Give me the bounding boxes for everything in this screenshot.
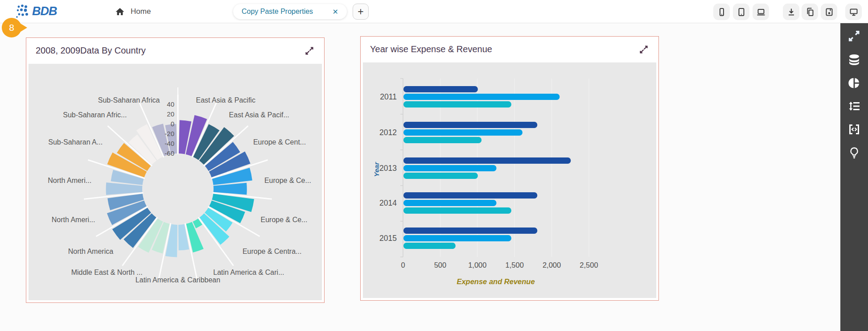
card-2-expand-button[interactable]	[638, 44, 649, 55]
rose-category-label-10: North Ameri...	[52, 216, 95, 223]
home-button[interactable]: Home	[115, 0, 151, 23]
expand-icon	[638, 44, 649, 55]
bar-chart[interactable]: 05001,0001,5002,0002,5002011201220132014…	[363, 62, 657, 299]
top-navbar: BDB Home Copy Paste Properties ✕ +	[0, 0, 868, 23]
y-axis-category-label-2015: 2015	[379, 234, 397, 243]
rail-line-spacing-button[interactable]	[848, 100, 860, 112]
rail-expand-button[interactable]	[847, 29, 861, 43]
rose-category-label-13: Sub-Saharan Afric...	[63, 111, 127, 119]
tablet-preview-button[interactable]	[733, 4, 749, 20]
tab-close-icon[interactable]: ✕	[333, 8, 338, 16]
monitor-preview-button[interactable]	[845, 4, 862, 20]
card-2-header: Year wise Expense & Revenue	[361, 37, 658, 62]
expand-icon	[847, 29, 861, 43]
bar-2011-series-2[interactable]	[403, 101, 511, 108]
right-tool-rail	[840, 23, 868, 331]
rail-database-button[interactable]	[848, 54, 860, 66]
x-axis-title: Expense and Revenue	[457, 277, 535, 285]
rose-radial-tick-label: -40	[165, 140, 174, 147]
rose-radial-tick-label: -60	[165, 149, 174, 157]
download-button[interactable]	[783, 4, 799, 20]
rail-code-button[interactable]	[848, 123, 860, 136]
copy-button[interactable]	[802, 4, 818, 20]
card-1-header: 2008, 2009Data By Country	[26, 38, 324, 63]
tab-copy-paste-properties[interactable]: Copy Paste Properties ✕	[233, 4, 347, 19]
rail-lightbulb-button[interactable]	[848, 146, 860, 159]
y-axis-category-label-2012: 2012	[379, 128, 397, 137]
x-axis-tick-label: 2,000	[543, 261, 561, 269]
rose-radial-tick-label: 20	[167, 110, 174, 118]
badge-count: 8	[2, 18, 21, 37]
bar-2014-series-2[interactable]	[403, 207, 511, 214]
laptop-icon	[756, 7, 766, 17]
rail-pie-chart-button[interactable]	[848, 77, 860, 89]
rose-category-label-8: Middle East & North ...	[71, 269, 143, 276]
card-1-title: 2008, 2009Data By Country	[36, 46, 146, 56]
expand-icon	[304, 46, 315, 56]
mobile-icon	[717, 7, 727, 17]
laptop-preview-button[interactable]	[753, 4, 769, 20]
bar-chart-plot-area: 05001,0001,5002,0002,5002011201220132014…	[363, 62, 656, 298]
bar-2011-series-1[interactable]	[403, 94, 559, 100]
bar-2015-series-2[interactable]	[403, 243, 456, 249]
bar-2013-series-0[interactable]	[403, 157, 571, 164]
rose-category-label-9: North America	[68, 248, 113, 255]
bdb-logo-text: BDB	[32, 4, 57, 18]
card-expense-revenue: Year wise Expense & Revenue 05001,0001,5…	[360, 36, 659, 301]
bar-2012-series-2[interactable]	[403, 137, 481, 143]
rose-category-label-1: East Asia & Pacif...	[229, 111, 289, 119]
rose-category-label-6: Latin America & Cari...	[213, 269, 284, 276]
y-axis-category-label-2011: 2011	[380, 92, 397, 101]
y-axis-category-label-2013: 2013	[379, 164, 397, 173]
rose-category-label-5: Europe & Centra...	[243, 248, 302, 255]
y-axis-title: Year	[373, 162, 380, 177]
lightbulb-icon	[848, 146, 860, 159]
code-icon	[848, 123, 860, 136]
monitor-icon	[849, 7, 859, 17]
bar-2012-series-0[interactable]	[403, 122, 537, 128]
rose-category-label-7: Latin America & Caribbean	[136, 276, 220, 284]
bdb-logo[interactable]: BDB	[15, 4, 57, 19]
card-1-expand-button[interactable]	[304, 46, 315, 56]
rose-category-label-0: East Asia & Pacific	[196, 96, 255, 104]
x-axis-tick-label: 500	[434, 261, 447, 269]
rose-category-label-3: Europe & Ce...	[264, 177, 311, 184]
pie-chart-icon	[848, 77, 860, 89]
new-tab-button[interactable]: +	[353, 4, 369, 20]
mobile-preview-button[interactable]	[713, 4, 730, 20]
bar-2014-series-0[interactable]	[403, 192, 537, 199]
bar-2014-series-1[interactable]	[403, 200, 497, 206]
rose-category-label-11: North Ameri...	[48, 177, 91, 184]
save-button[interactable]	[821, 4, 837, 20]
x-axis-tick-label: 1,000	[468, 261, 486, 269]
save-icon	[824, 7, 834, 17]
bar-2013-series-2[interactable]	[403, 173, 478, 179]
card-data-by-country: 2008, 2009Data By Country 40200-20-40-60…	[26, 37, 325, 303]
bar-2015-series-1[interactable]	[403, 235, 511, 241]
line-spacing-icon	[848, 100, 860, 112]
rose-category-label-14: Sub-Saharan Africa	[98, 96, 160, 104]
rose-radial-tick-label: -20	[165, 130, 174, 137]
bar-2015-series-0[interactable]	[403, 228, 537, 234]
bar-2012-series-1[interactable]	[403, 129, 522, 136]
y-axis-category-label-2014: 2014	[379, 199, 397, 207]
rose-category-label-4: Europe & Ce...	[261, 216, 308, 223]
bar-2013-series-1[interactable]	[403, 165, 497, 171]
x-axis-tick-label: 0	[401, 261, 405, 269]
x-axis-tick-label: 2,500	[580, 261, 598, 269]
home-icon	[115, 7, 125, 17]
copy-icon	[805, 7, 815, 17]
notification-badge[interactable]: 8	[2, 18, 29, 38]
bar-2011-series-0[interactable]	[403, 86, 478, 92]
home-label: Home	[131, 7, 151, 16]
rose-category-label-12: Sub-Saharan A...	[48, 138, 103, 146]
card-2-title: Year wise Expense & Revenue	[370, 44, 492, 54]
rose-chart-plot-area: 40200-20-40-60East Asia & PacificEast As…	[29, 64, 322, 300]
bdb-logo-dots-icon	[15, 4, 32, 19]
rose-radial-tick-label: 40	[167, 100, 174, 108]
rose-radial-tick-label: 0	[171, 120, 174, 128]
x-axis-tick-label: 1,500	[506, 261, 524, 269]
tablet-icon	[736, 7, 746, 17]
database-icon	[848, 54, 860, 66]
rose-chart[interactable]: 40200-20-40-60East Asia & PacificEast As…	[29, 64, 323, 301]
